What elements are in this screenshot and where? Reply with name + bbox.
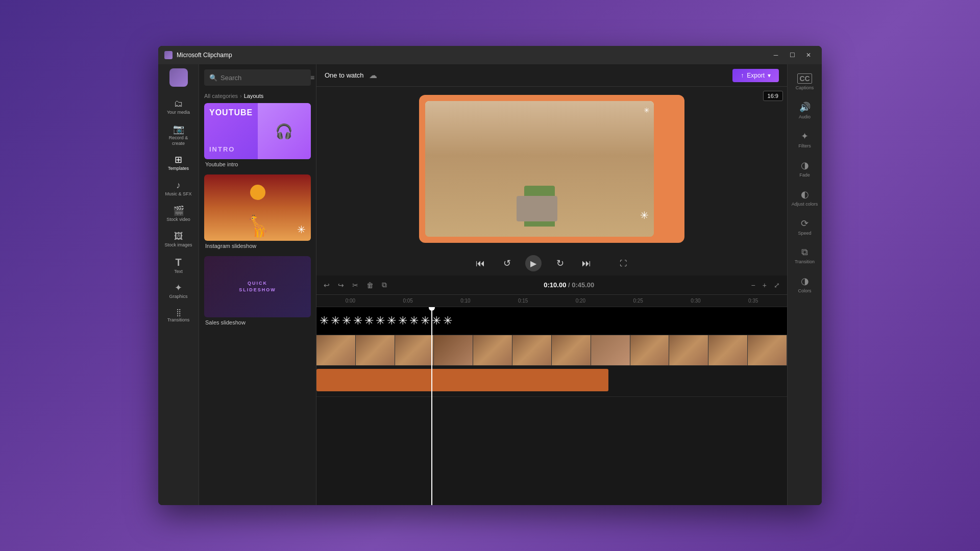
minimize-button[interactable]: ─ <box>769 50 783 60</box>
stock-images-icon: 🖼 <box>174 232 183 241</box>
right-tool-transition[interactable]: ⧉ Transition <box>790 242 820 269</box>
export-button[interactable]: ↑ Export ▾ <box>732 69 779 82</box>
template-label-youtube: Youtube intro <box>204 159 311 169</box>
zoom-in-button[interactable]: + <box>761 279 769 291</box>
redo-button[interactable]: ↪ <box>336 279 346 291</box>
expand-timeline-button[interactable]: ⤢ <box>772 279 782 291</box>
close-button[interactable]: ✕ <box>801 50 816 60</box>
template-thumb-insta: 🦒 ✳ <box>204 174 311 241</box>
sidebar-item-templates[interactable]: ⊞ Templates <box>160 151 197 176</box>
adjust-colors-icon: ◐ <box>801 189 809 200</box>
app-window: Microsoft Clipchamp ─ ☐ ✕ 🗂 Your media 📷… <box>158 46 822 505</box>
right-tool-label-transition: Transition <box>795 259 815 264</box>
skip-forward-button[interactable]: ⏭ <box>578 255 595 271</box>
replay-button[interactable]: ↺ <box>499 255 515 271</box>
sidebar-item-your-media[interactable]: 🗂 Your media <box>160 95 197 119</box>
fullscreen-button[interactable]: ⛶ <box>615 255 631 271</box>
sidebar-item-record-create[interactable]: 📷 Record & create <box>160 120 197 151</box>
template-item-youtube[interactable]: YOUTUBE INTRO 🎧 Youtube intro <box>204 103 311 169</box>
breadcrumb-separator: › <box>240 93 242 99</box>
sidebar-item-graphics[interactable]: ✦ Graphics <box>160 279 197 304</box>
sidebar-item-text[interactable]: T Text <box>160 253 197 279</box>
sidebar-item-label-stock-images: Stock images <box>164 242 192 248</box>
graphics-icon: ✦ <box>175 283 182 292</box>
template-thumb-youtube: YOUTUBE INTRO 🎧 <box>204 103 311 159</box>
right-tool-label-colors: Colors <box>798 288 811 293</box>
cut-button[interactable]: ✂ <box>350 279 360 291</box>
right-tool-captions[interactable]: CC Captions <box>790 68 820 95</box>
export-label: Export <box>747 72 765 79</box>
stock-video-icon: 🎬 <box>173 206 184 215</box>
current-time: 0:10.00 <box>544 281 566 289</box>
timeline-tracks: ✳ ✳ ✳ ✳ ✳ ✳ ✳ ✳ ✳ ✳ ✳ ✳ <box>316 307 787 505</box>
record-create-icon: 📷 <box>173 124 184 134</box>
search-bar: 🔍 ≡ <box>204 69 311 86</box>
timeline-toolbar: ↩ ↪ ✂ 🗑 ⧉ 0:10.00 / 0:45.00 − + ⤢ <box>316 276 787 295</box>
export-icon: ↑ <box>741 72 744 79</box>
sidebar-item-label-record-create: Record & create <box>162 135 195 146</box>
right-tool-label-captions: Captions <box>796 85 814 90</box>
right-tool-adjust-colors[interactable]: ◐ Adjust colors <box>790 184 820 212</box>
breadcrumb-current: Layouts <box>244 93 264 99</box>
templates-icon: ⊞ <box>175 155 182 164</box>
ruler-mark-1: 0:05 <box>379 298 437 304</box>
app-body: 🗂 Your media 📷 Record & create ⊞ Templat… <box>158 64 822 505</box>
fade-icon: ◑ <box>801 160 809 171</box>
colors-icon: ◑ <box>801 276 809 287</box>
sidebar-item-transitions[interactable]: ⣿ Transitions <box>160 305 197 327</box>
template-item-sales[interactable]: QUICKSLIDESHOW Sales slideshow <box>204 256 311 328</box>
preview-area: ✳ ✳ 16:9 <box>316 87 787 251</box>
ruler-mark-0: 0:00 <box>322 298 379 304</box>
track-video-frames <box>316 335 787 365</box>
template-label-sales: Sales slideshow <box>204 317 311 328</box>
sidebar-item-music-sfx[interactable]: ♪ Music & SFX <box>160 177 197 201</box>
aspect-ratio-badge: 16:9 <box>763 91 783 101</box>
track-video[interactable] <box>316 335 787 366</box>
breadcrumb-parent[interactable]: All categories <box>204 93 238 99</box>
track-overlay[interactable] <box>316 369 787 397</box>
ruler-mark-3: 0:15 <box>494 298 552 304</box>
play-button[interactable]: ▶ <box>525 255 542 271</box>
delete-button[interactable]: 🗑 <box>364 279 376 291</box>
sidebar-item-label-music-sfx: Music & SFX <box>165 191 191 197</box>
sidebar-item-stock-images[interactable]: 🖼 Stock images <box>160 228 197 252</box>
right-tool-label-speed: Speed <box>798 231 811 236</box>
speed-icon: ⟳ <box>801 218 808 229</box>
right-tool-label-adjust-colors: Adjust colors <box>792 202 818 207</box>
forward-button[interactable]: ↻ <box>552 255 568 271</box>
search-input[interactable] <box>220 74 306 82</box>
top-bar: One to watch ☁ ↑ Export ▾ <box>316 64 787 87</box>
transition-icon: ⧉ <box>801 247 808 258</box>
timeline-zoom: − + ⤢ <box>749 279 782 291</box>
cloud-sync-icon: ☁ <box>369 70 377 80</box>
zoom-out-button[interactable]: − <box>749 279 757 291</box>
filter-button[interactable]: ≡ <box>309 72 315 83</box>
window-controls: ─ ☐ ✕ <box>769 50 816 60</box>
right-tool-fade[interactable]: ◑ Fade <box>790 155 820 183</box>
ruler-mark-5: 0:25 <box>609 298 667 304</box>
right-tool-audio[interactable]: 🔊 Audio <box>790 96 820 124</box>
skip-back-button[interactable]: ⏮ <box>472 255 488 271</box>
right-tool-label-fade: Fade <box>799 172 810 178</box>
export-chevron-icon: ▾ <box>768 72 771 79</box>
filters-icon: ✦ <box>801 131 808 142</box>
content-panel: 🔍 ≡ All categories › Layouts YOUTUBE INT… <box>199 64 316 505</box>
undo-button[interactable]: ↩ <box>322 279 332 291</box>
timeline-time: 0:10.00 / 0:45.00 <box>544 281 594 289</box>
sidebar-item-label-your-media: Your media <box>167 110 190 115</box>
sidebar-item-stock-video[interactable]: 🎬 Stock video <box>160 202 197 227</box>
right-tool-filters[interactable]: ✦ Filters <box>790 126 820 154</box>
maximize-button[interactable]: ☐ <box>785 50 799 60</box>
sidebar-item-label-stock-video: Stock video <box>166 217 190 222</box>
right-tool-colors[interactable]: ◑ Colors <box>790 270 820 298</box>
playback-controls: ⏮ ↺ ▶ ↻ ⏭ ⛶ <box>316 251 787 276</box>
ruler-mark-4: 0:20 <box>552 298 609 304</box>
right-tool-label-audio: Audio <box>799 114 811 119</box>
preview-inner: ✳ ✳ <box>425 101 654 237</box>
transitions-icon: ⣿ <box>176 309 181 316</box>
right-tool-speed[interactable]: ⟳ Speed <box>790 213 820 241</box>
template-item-insta[interactable]: 🦒 ✳ Instagram slideshow <box>204 174 311 251</box>
your-media-icon: 🗂 <box>174 99 183 108</box>
duplicate-button[interactable]: ⧉ <box>380 279 389 291</box>
text-icon: T <box>175 257 181 267</box>
